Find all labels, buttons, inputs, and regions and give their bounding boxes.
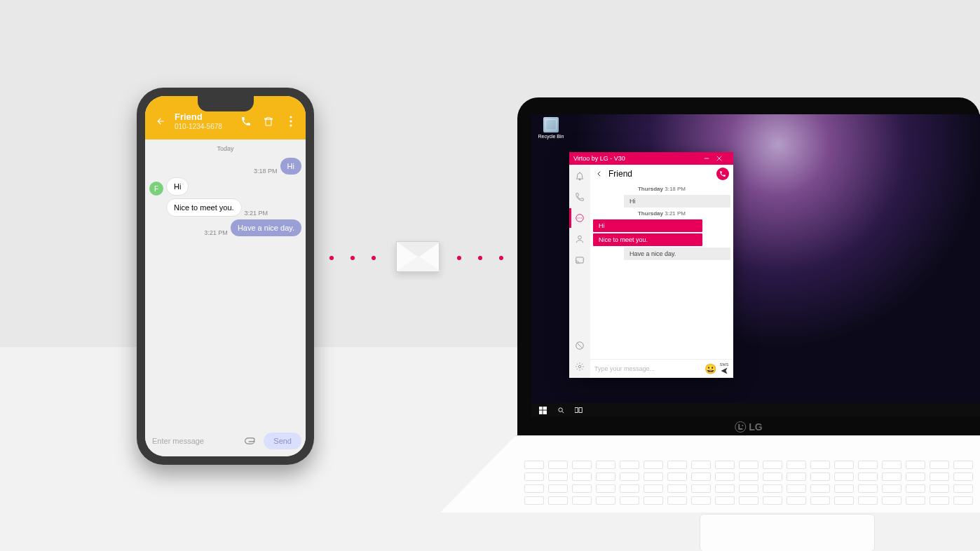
message-bubble-incoming: Hi: [166, 177, 189, 196]
window-close-button[interactable]: [716, 156, 729, 161]
phone-back-button[interactable]: [154, 114, 168, 128]
contact-avatar: F: [149, 182, 163, 196]
chat-message-sent: Hi: [593, 219, 702, 232]
app-chat-panel: Friend Thursday 3:18 PM Hi: [590, 165, 733, 378]
phone-screen: Friend 010-1234-5678 Today: [145, 96, 306, 456]
svg-point-4: [578, 217, 578, 218]
svg-point-15: [558, 407, 562, 411]
laptop-keyboard: [524, 461, 980, 507]
svg-rect-13: [539, 410, 543, 414]
message-icon: [575, 213, 585, 223]
block-icon: [575, 341, 585, 351]
laptop-base: [440, 435, 980, 512]
recycle-bin-shortcut[interactable]: Recycle Bin: [537, 117, 565, 139]
chat-emoji-button[interactable]: 😀: [705, 363, 716, 374]
phone-notch: [198, 96, 254, 111]
chat-message-received: Hi: [624, 195, 730, 208]
phone-message-list: Today 3:18 PM Hi F Hi Nice to meet you. …: [145, 140, 306, 428]
phone-compose-bar: Enter message Send: [145, 428, 306, 456]
chat-call-button[interactable]: [716, 168, 729, 180]
svg-point-7: [578, 236, 582, 239]
chat-message-sent: Nice to meet you.: [593, 233, 702, 246]
svg-point-6: [581, 217, 582, 218]
chat-message-input[interactable]: Type your message...: [594, 365, 702, 372]
phone-contact-block: Friend 010-1234-5678: [175, 112, 233, 130]
message-bubble-incoming: Nice to meet you.: [166, 198, 242, 217]
taskbar-search-button[interactable]: [557, 406, 565, 414]
search-icon: [557, 407, 565, 414]
trash-icon: [263, 116, 274, 127]
phone-message-row: Nice to meet you. 3:21 PM: [149, 198, 301, 217]
message-timestamp: 3:18 PM: [254, 168, 278, 175]
phone-date-separator: Today: [149, 144, 301, 155]
phone-icon: [240, 116, 252, 127]
chat-send-button[interactable]: SMS: [719, 362, 729, 375]
chat-timestamp: Thursday 3:21 PM: [593, 209, 730, 218]
svg-rect-11: [539, 407, 543, 410]
sidebar-mirror-button[interactable]: [573, 253, 587, 267]
svg-rect-14: [543, 410, 547, 414]
taskbar-taskview-button[interactable]: [575, 406, 583, 414]
message-bubble-outgoing: Have a nice day.: [231, 219, 301, 236]
chat-contact-name: Friend: [608, 169, 712, 179]
app-sidebar: [569, 165, 590, 378]
chat-message-received: Have a nice day.: [624, 247, 730, 260]
message-timestamp: 3:21 PM: [245, 210, 268, 217]
chat-compose-bar: Type your message... 😀 SMS: [590, 359, 733, 378]
chevron-left-icon: [596, 170, 603, 177]
envelope-icon: [396, 241, 440, 272]
phone-delete-button[interactable]: [262, 115, 275, 128]
svg-rect-12: [543, 407, 547, 410]
windows-icon: [539, 407, 547, 414]
phone-icon: [575, 192, 585, 202]
cast-icon: [575, 255, 585, 265]
app-titlebar[interactable]: Virtoo by LG - V30: [569, 152, 733, 165]
svg-point-10: [578, 365, 581, 368]
start-button[interactable]: [538, 406, 547, 414]
sidebar-settings-button[interactable]: [573, 360, 587, 374]
sidebar-dnd-button[interactable]: [573, 339, 587, 353]
chat-header: Friend: [590, 165, 733, 183]
sidebar-calls-button[interactable]: [573, 190, 587, 204]
minimize-icon: [704, 156, 709, 161]
phone-message-row: 3:21 PM Have a nice day.: [149, 219, 301, 236]
sidebar-notifications-button[interactable]: [573, 169, 587, 183]
gear-icon: [575, 362, 585, 372]
sidebar-messages-button[interactable]: [573, 211, 587, 225]
phone-more-button[interactable]: [285, 115, 297, 128]
window-minimize-button[interactable]: [704, 156, 716, 161]
svg-rect-17: [579, 408, 582, 413]
send-icon: [719, 367, 729, 375]
app-title-text: Virtoo by LG - V30: [573, 155, 704, 162]
sync-dot: [329, 256, 334, 260]
phone-message-input[interactable]: Enter message: [152, 437, 238, 445]
sync-dot: [351, 256, 355, 260]
laptop-device: Recycle Bin Virtoo by LG - V30: [440, 97, 980, 512]
svg-rect-16: [575, 408, 578, 413]
phone-device: Friend 010-1234-5678 Today: [137, 88, 314, 465]
sidebar-contacts-button[interactable]: [573, 232, 587, 246]
person-icon: [575, 234, 585, 244]
arrow-left-icon: [156, 116, 165, 126]
windows-taskbar: [531, 403, 980, 417]
phone-call-button[interactable]: [240, 115, 252, 128]
chat-back-button[interactable]: [594, 169, 604, 179]
phone-message-row: 3:18 PM Hi: [149, 158, 301, 175]
phone-message-row: F Hi: [149, 177, 301, 196]
bell-icon: [575, 171, 585, 181]
phone-icon: [719, 170, 726, 177]
phone-attach-button[interactable]: [244, 436, 258, 446]
laptop-lid: Recycle Bin Virtoo by LG - V30: [517, 97, 980, 435]
phone-send-button[interactable]: Send: [264, 433, 301, 449]
laptop-trackpad: [700, 514, 875, 551]
sidebar-active-indicator: [569, 208, 571, 228]
message-timestamp: 3:21 PM: [204, 229, 228, 236]
message-bubble-outgoing: Hi: [280, 158, 301, 175]
sync-dot: [372, 256, 376, 260]
phone-contact-name: Friend: [175, 112, 233, 122]
svg-point-2: [290, 124, 292, 126]
svg-point-1: [290, 120, 292, 122]
recycle-bin-label: Recycle Bin: [538, 134, 564, 139]
chat-timestamp: Thursday 3:18 PM: [593, 184, 730, 193]
close-icon: [716, 156, 722, 161]
